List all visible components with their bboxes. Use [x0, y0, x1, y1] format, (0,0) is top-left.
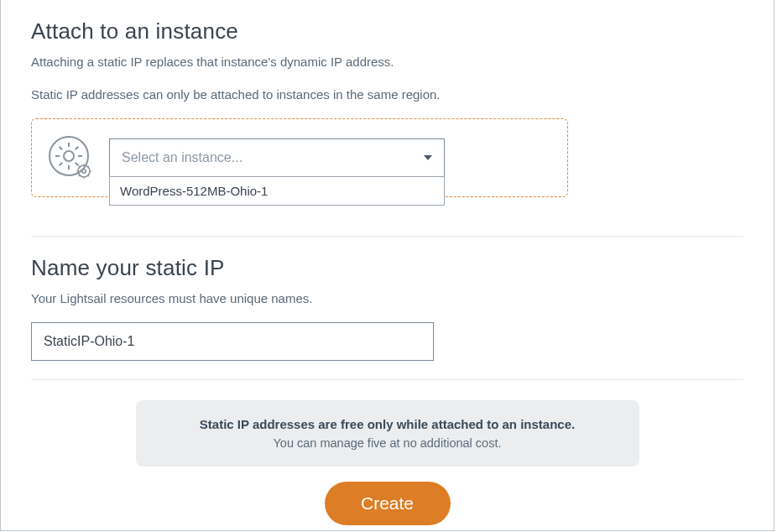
attach-title: Attach to an instance [31, 18, 743, 44]
divider-1 [31, 236, 743, 237]
instance-dropdown-list: WordPress-512MB-Ohio-1 [109, 176, 445, 206]
name-desc: Your Lightsail resources must have uniqu… [31, 289, 743, 307]
divider-2 [31, 379, 743, 380]
static-ip-name-input[interactable] [31, 322, 434, 361]
instance-select[interactable]: Select an instance... [109, 138, 445, 177]
instance-select-placeholder: Select an instance... [122, 150, 242, 165]
svg-point-3 [82, 170, 86, 173]
instance-select-wrap: Select an instance... WordPress-512MB-Oh… [109, 138, 445, 177]
name-title: Name your static IP [31, 255, 743, 281]
chevron-down-icon [424, 155, 432, 160]
instance-selector-box: Select an instance... WordPress-512MB-Oh… [31, 118, 568, 197]
create-button[interactable]: Create [325, 482, 451, 525]
page-container: Attach to an instance Attaching a static… [0, 0, 774, 531]
pricing-info-bold: Static IP addresses are free only while … [156, 417, 619, 431]
attach-desc-1: Attaching a static IP replaces that inst… [31, 53, 743, 70]
attach-desc-2: Static IP addresses can only be attached… [31, 86, 743, 103]
instance-gear-icon [47, 134, 94, 181]
pricing-info-sub: You can manage five at no additional cos… [156, 436, 619, 450]
pricing-info-panel: Static IP addresses are free only while … [136, 400, 639, 467]
instance-option-0[interactable]: WordPress-512MB-Ohio-1 [110, 177, 444, 205]
svg-point-1 [64, 151, 74, 161]
